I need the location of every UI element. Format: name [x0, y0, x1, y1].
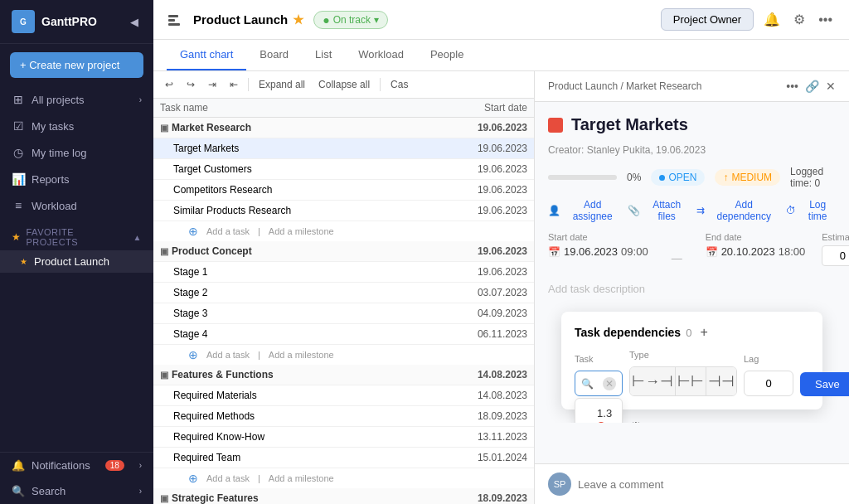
topbar-actions: Project Owner 🔔 ⚙ •••: [661, 8, 836, 31]
add-milestone-label: Add a milestone: [269, 226, 334, 236]
tab-list[interactable]: List: [302, 40, 345, 70]
end-date-label: End date: [706, 232, 806, 242]
workload-icon: ≡: [12, 199, 25, 212]
status-badge[interactable]: OPEN: [651, 169, 705, 186]
add-milestone-label: Add a milestone: [269, 473, 334, 483]
sidebar-collapse-button[interactable]: ◀: [127, 12, 142, 32]
status-badge[interactable]: ● On track ▾: [313, 11, 388, 29]
start-date-value[interactable]: 📅 19.06.2023 09:00: [548, 245, 648, 258]
priority-badge[interactable]: ↑ MEDIUM: [715, 169, 780, 186]
task-status-bar: 0% OPEN ↑ MEDIUM Logged time: 0: [548, 166, 836, 189]
sidebar-item-search[interactable]: 🔍 Search ›: [0, 478, 153, 504]
logged-time: Logged time: 0: [790, 166, 836, 189]
undo-button[interactable]: ↩: [160, 76, 178, 93]
collapse-icon: ▣: [160, 123, 168, 133]
deps-title: Task dependencies: [575, 326, 681, 339]
deps-save-button[interactable]: Save: [800, 372, 849, 396]
task-table: ↩ ↪ ⇥ ⇤ Expand all Collapse all Cas Task…: [153, 71, 535, 504]
table-row[interactable]: Target Markets 19.06.2023: [153, 138, 534, 159]
task-description[interactable]: Add task description: [548, 276, 836, 302]
deps-count: 0: [686, 327, 691, 339]
group-row-market-research[interactable]: ▣ Market Research 19.06.2023: [153, 118, 534, 138]
type-ss-button[interactable]: ⊢⊢: [676, 367, 706, 395]
search-clear-button[interactable]: ✕: [603, 377, 616, 390]
dropdown-item[interactable]: ○ 1.3 Competitors Research Product Launc…: [575, 399, 622, 423]
deps-lag-input[interactable]: [744, 371, 793, 396]
date-separator: —: [665, 252, 689, 264]
table-row[interactable]: Competitors Research 19.06.2023: [153, 180, 534, 201]
more-options-button[interactable]: •••: [815, 9, 836, 31]
redo-button[interactable]: ↪: [182, 76, 200, 93]
close-icon-button[interactable]: ✕: [826, 80, 836, 93]
start-date-text: 19.06.2023: [564, 245, 618, 258]
type-ff-button[interactable]: ⊣⊣: [706, 367, 737, 395]
tab-board[interactable]: Board: [246, 40, 302, 70]
deps-search-field: Task 🔍 ✕ ○: [575, 354, 623, 396]
table-row[interactable]: Stage 3 04.09.2023: [153, 303, 534, 324]
sidebar-item-workload[interactable]: ≡ Workload: [0, 192, 153, 219]
group-row-strategic[interactable]: ▣ Strategic Features 18.09.2023: [153, 488, 534, 504]
collapse-all-button[interactable]: Collapse all: [313, 76, 375, 93]
collapse-icon: ▣: [160, 246, 168, 257]
notifications-icon-button[interactable]: 🔔: [760, 8, 784, 31]
add-task-row[interactable]: ⊕ Add a task | Add a milestone: [153, 221, 534, 241]
table-row[interactable]: Required Team 15.01.2024: [153, 448, 534, 468]
type-fs-button[interactable]: ⊢→⊣: [630, 367, 676, 395]
tab-workload[interactable]: Workload: [345, 40, 417, 70]
table-row[interactable]: Required Methods 18.09.2023: [153, 406, 534, 427]
cas-button[interactable]: Cas: [386, 76, 413, 93]
add-task-row[interactable]: ⊕ Add a task | Add a milestone: [153, 468, 534, 488]
tab-gantt[interactable]: Gantt chart: [167, 40, 246, 70]
sidebar-item-label: Reports: [32, 173, 70, 186]
task-detail: Target Markets Creator: Stanley Pukita, …: [535, 102, 849, 423]
col-task-name: Task name: [160, 102, 444, 114]
log-time-button[interactable]: ⏱ Log time: [786, 199, 836, 222]
expand-all-button[interactable]: Expand all: [254, 76, 310, 93]
sidebar-item-notifications[interactable]: 🔔 Notifications 18 ›: [0, 453, 153, 478]
priority-text: MEDIUM: [731, 172, 772, 183]
highlight-text: Com: [597, 419, 619, 423]
add-task-row[interactable]: ⊕ Add a task | Add a milestone: [153, 345, 534, 365]
sidebar-item-label: My time log: [32, 147, 86, 159]
sidebar-item-reports[interactable]: 📊 Reports: [0, 166, 153, 192]
attach-files-button[interactable]: 📎 Attach files: [628, 199, 690, 222]
separator: [248, 78, 249, 91]
deps-add-button[interactable]: +: [700, 325, 707, 340]
indent-button[interactable]: ⇥: [203, 76, 221, 93]
add-assignee-button[interactable]: 👤 Add assignee: [548, 199, 621, 222]
add-dependency-button[interactable]: ⇉ Add dependency: [696, 199, 779, 222]
table-row[interactable]: Required Know-How 13.11.2023: [153, 427, 534, 448]
table-row[interactable]: Target Customers 19.06.2023: [153, 159, 534, 180]
sidebar-item-all-projects[interactable]: ⊞ All projects ›: [0, 86, 153, 113]
estimation-input[interactable]: [822, 245, 849, 266]
link-icon-button[interactable]: 🔗: [805, 80, 819, 93]
time-icon: ⏱: [786, 205, 796, 216]
sidebar-project-product-launch[interactable]: ★ Product Launch: [0, 250, 153, 273]
deps-header: Task dependencies 0 +: [575, 325, 809, 340]
table-row[interactable]: Stage 4 06.11.2023: [153, 324, 534, 345]
add-task-label: Add a task: [206, 473, 250, 483]
table-row[interactable]: Required Materials 14.08.2023: [153, 385, 534, 406]
panel-header-actions: ••• 🔗 ✕: [786, 80, 836, 93]
start-date-field: Start date 📅 19.06.2023 09:00: [548, 232, 648, 258]
create-project-button[interactable]: + Create new project: [10, 52, 143, 78]
dropdown-item-title: 1.3 Competitors Research: [597, 407, 655, 423]
comment-input[interactable]: [578, 478, 836, 491]
table-row[interactable]: Similar Products Research 19.06.2023: [153, 201, 534, 221]
end-date-value[interactable]: 📅 20.10.2023 18:00: [706, 245, 806, 258]
end-date-field: End date 📅 20.10.2023 18:00: [706, 232, 806, 258]
group-row-product-concept[interactable]: ▣ Product Concept 19.06.2023: [153, 241, 534, 262]
tab-people[interactable]: People: [417, 40, 477, 70]
project-owner-button[interactable]: Project Owner: [661, 8, 754, 31]
sidebar-item-my-tasks[interactable]: ☑ My tasks: [0, 113, 153, 139]
more-options-icon-button[interactable]: •••: [786, 80, 798, 93]
settings-icon-button[interactable]: ⚙: [790, 8, 808, 31]
progress-bar[interactable]: [548, 175, 617, 180]
sidebar-item-my-time-log[interactable]: ◷ My time log: [0, 139, 153, 166]
star-icon[interactable]: ★: [293, 12, 303, 27]
deps-save-area: Save ✕: [800, 372, 849, 396]
table-row[interactable]: Stage 1 19.06.2023: [153, 262, 534, 283]
outdent-button[interactable]: ⇤: [225, 76, 243, 93]
table-row[interactable]: Stage 2 03.07.2023: [153, 283, 534, 303]
group-row-features[interactable]: ▣ Features & Functions 14.08.2023: [153, 365, 534, 385]
